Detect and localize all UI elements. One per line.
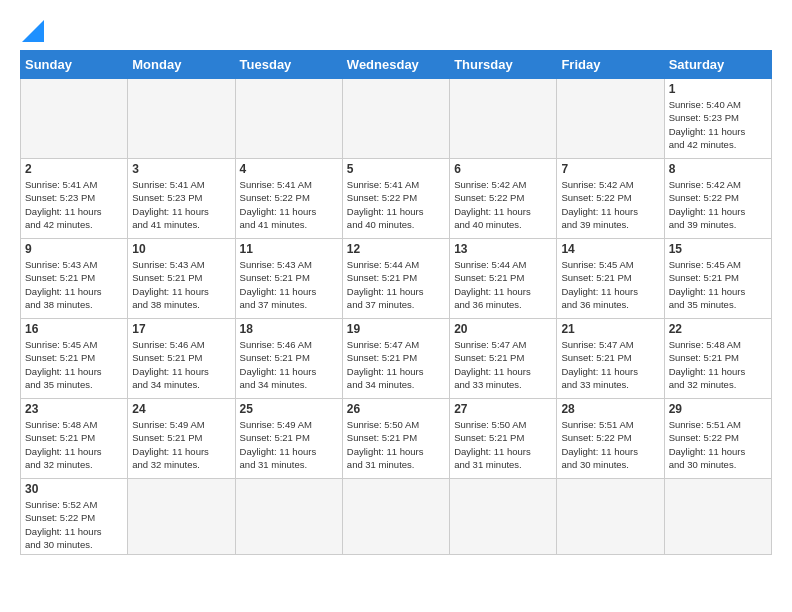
day-number: 7 [561, 162, 659, 176]
calendar-cell: 13Sunrise: 5:44 AM Sunset: 5:21 PM Dayli… [450, 239, 557, 319]
day-info: Sunrise: 5:45 AM Sunset: 5:21 PM Dayligh… [669, 258, 767, 311]
day-info: Sunrise: 5:41 AM Sunset: 5:23 PM Dayligh… [132, 178, 230, 231]
calendar-weekday-friday: Friday [557, 51, 664, 79]
day-number: 18 [240, 322, 338, 336]
calendar-cell: 12Sunrise: 5:44 AM Sunset: 5:21 PM Dayli… [342, 239, 449, 319]
calendar-cell [128, 479, 235, 555]
day-info: Sunrise: 5:51 AM Sunset: 5:22 PM Dayligh… [669, 418, 767, 471]
day-number: 21 [561, 322, 659, 336]
day-number: 15 [669, 242, 767, 256]
day-info: Sunrise: 5:52 AM Sunset: 5:22 PM Dayligh… [25, 498, 123, 551]
calendar-weekday-monday: Monday [128, 51, 235, 79]
calendar-cell [557, 79, 664, 159]
day-info: Sunrise: 5:43 AM Sunset: 5:21 PM Dayligh… [240, 258, 338, 311]
day-info: Sunrise: 5:43 AM Sunset: 5:21 PM Dayligh… [25, 258, 123, 311]
calendar-cell: 30Sunrise: 5:52 AM Sunset: 5:22 PM Dayli… [21, 479, 128, 555]
calendar-cell [21, 79, 128, 159]
calendar-weekday-wednesday: Wednesday [342, 51, 449, 79]
calendar-cell: 10Sunrise: 5:43 AM Sunset: 5:21 PM Dayli… [128, 239, 235, 319]
day-number: 20 [454, 322, 552, 336]
day-number: 1 [669, 82, 767, 96]
day-info: Sunrise: 5:48 AM Sunset: 5:21 PM Dayligh… [669, 338, 767, 391]
day-number: 24 [132, 402, 230, 416]
day-number: 28 [561, 402, 659, 416]
calendar-cell: 20Sunrise: 5:47 AM Sunset: 5:21 PM Dayli… [450, 319, 557, 399]
calendar-table: SundayMondayTuesdayWednesdayThursdayFrid… [20, 50, 772, 555]
calendar-weekday-thursday: Thursday [450, 51, 557, 79]
calendar-week-row: 2Sunrise: 5:41 AM Sunset: 5:23 PM Daylig… [21, 159, 772, 239]
calendar-cell [664, 479, 771, 555]
day-number: 16 [25, 322, 123, 336]
day-number: 14 [561, 242, 659, 256]
day-info: Sunrise: 5:50 AM Sunset: 5:21 PM Dayligh… [347, 418, 445, 471]
day-info: Sunrise: 5:47 AM Sunset: 5:21 PM Dayligh… [454, 338, 552, 391]
page-header [20, 16, 772, 42]
calendar-cell: 1Sunrise: 5:40 AM Sunset: 5:23 PM Daylig… [664, 79, 771, 159]
calendar-cell [450, 79, 557, 159]
day-number: 6 [454, 162, 552, 176]
day-number: 30 [25, 482, 123, 496]
svg-marker-0 [22, 20, 44, 42]
calendar-cell: 25Sunrise: 5:49 AM Sunset: 5:21 PM Dayli… [235, 399, 342, 479]
calendar-cell: 9Sunrise: 5:43 AM Sunset: 5:21 PM Daylig… [21, 239, 128, 319]
day-number: 10 [132, 242, 230, 256]
day-number: 13 [454, 242, 552, 256]
day-number: 9 [25, 242, 123, 256]
day-info: Sunrise: 5:51 AM Sunset: 5:22 PM Dayligh… [561, 418, 659, 471]
day-number: 22 [669, 322, 767, 336]
calendar-cell [235, 79, 342, 159]
day-number: 4 [240, 162, 338, 176]
calendar-weekday-tuesday: Tuesday [235, 51, 342, 79]
day-info: Sunrise: 5:41 AM Sunset: 5:22 PM Dayligh… [240, 178, 338, 231]
day-info: Sunrise: 5:46 AM Sunset: 5:21 PM Dayligh… [132, 338, 230, 391]
day-info: Sunrise: 5:44 AM Sunset: 5:21 PM Dayligh… [454, 258, 552, 311]
day-info: Sunrise: 5:49 AM Sunset: 5:21 PM Dayligh… [132, 418, 230, 471]
calendar-cell: 26Sunrise: 5:50 AM Sunset: 5:21 PM Dayli… [342, 399, 449, 479]
calendar-week-row: 23Sunrise: 5:48 AM Sunset: 5:21 PM Dayli… [21, 399, 772, 479]
day-number: 17 [132, 322, 230, 336]
calendar-cell: 7Sunrise: 5:42 AM Sunset: 5:22 PM Daylig… [557, 159, 664, 239]
calendar-cell: 17Sunrise: 5:46 AM Sunset: 5:21 PM Dayli… [128, 319, 235, 399]
calendar-cell [450, 479, 557, 555]
day-info: Sunrise: 5:42 AM Sunset: 5:22 PM Dayligh… [669, 178, 767, 231]
calendar-cell: 22Sunrise: 5:48 AM Sunset: 5:21 PM Dayli… [664, 319, 771, 399]
day-number: 11 [240, 242, 338, 256]
calendar-weekday-sunday: Sunday [21, 51, 128, 79]
calendar-cell [342, 479, 449, 555]
day-info: Sunrise: 5:41 AM Sunset: 5:23 PM Dayligh… [25, 178, 123, 231]
day-info: Sunrise: 5:42 AM Sunset: 5:22 PM Dayligh… [454, 178, 552, 231]
day-number: 3 [132, 162, 230, 176]
day-info: Sunrise: 5:41 AM Sunset: 5:22 PM Dayligh… [347, 178, 445, 231]
day-number: 27 [454, 402, 552, 416]
day-info: Sunrise: 5:49 AM Sunset: 5:21 PM Dayligh… [240, 418, 338, 471]
calendar-week-row: 30Sunrise: 5:52 AM Sunset: 5:22 PM Dayli… [21, 479, 772, 555]
calendar-cell: 2Sunrise: 5:41 AM Sunset: 5:23 PM Daylig… [21, 159, 128, 239]
day-info: Sunrise: 5:46 AM Sunset: 5:21 PM Dayligh… [240, 338, 338, 391]
day-number: 2 [25, 162, 123, 176]
calendar-cell [342, 79, 449, 159]
day-info: Sunrise: 5:50 AM Sunset: 5:21 PM Dayligh… [454, 418, 552, 471]
day-info: Sunrise: 5:47 AM Sunset: 5:21 PM Dayligh… [347, 338, 445, 391]
calendar-cell: 29Sunrise: 5:51 AM Sunset: 5:22 PM Dayli… [664, 399, 771, 479]
day-info: Sunrise: 5:44 AM Sunset: 5:21 PM Dayligh… [347, 258, 445, 311]
calendar-cell: 5Sunrise: 5:41 AM Sunset: 5:22 PM Daylig… [342, 159, 449, 239]
calendar-cell [128, 79, 235, 159]
calendar-cell: 28Sunrise: 5:51 AM Sunset: 5:22 PM Dayli… [557, 399, 664, 479]
day-info: Sunrise: 5:42 AM Sunset: 5:22 PM Dayligh… [561, 178, 659, 231]
day-number: 29 [669, 402, 767, 416]
day-info: Sunrise: 5:45 AM Sunset: 5:21 PM Dayligh… [25, 338, 123, 391]
day-number: 19 [347, 322, 445, 336]
calendar-cell: 4Sunrise: 5:41 AM Sunset: 5:22 PM Daylig… [235, 159, 342, 239]
calendar-week-row: 1Sunrise: 5:40 AM Sunset: 5:23 PM Daylig… [21, 79, 772, 159]
calendar-cell: 27Sunrise: 5:50 AM Sunset: 5:21 PM Dayli… [450, 399, 557, 479]
day-number: 8 [669, 162, 767, 176]
calendar-week-row: 16Sunrise: 5:45 AM Sunset: 5:21 PM Dayli… [21, 319, 772, 399]
calendar-cell [557, 479, 664, 555]
calendar-cell: 21Sunrise: 5:47 AM Sunset: 5:21 PM Dayli… [557, 319, 664, 399]
calendar-cell: 16Sunrise: 5:45 AM Sunset: 5:21 PM Dayli… [21, 319, 128, 399]
logo-triangle-icon [22, 20, 44, 42]
day-number: 26 [347, 402, 445, 416]
day-info: Sunrise: 5:47 AM Sunset: 5:21 PM Dayligh… [561, 338, 659, 391]
calendar-cell [235, 479, 342, 555]
day-number: 25 [240, 402, 338, 416]
